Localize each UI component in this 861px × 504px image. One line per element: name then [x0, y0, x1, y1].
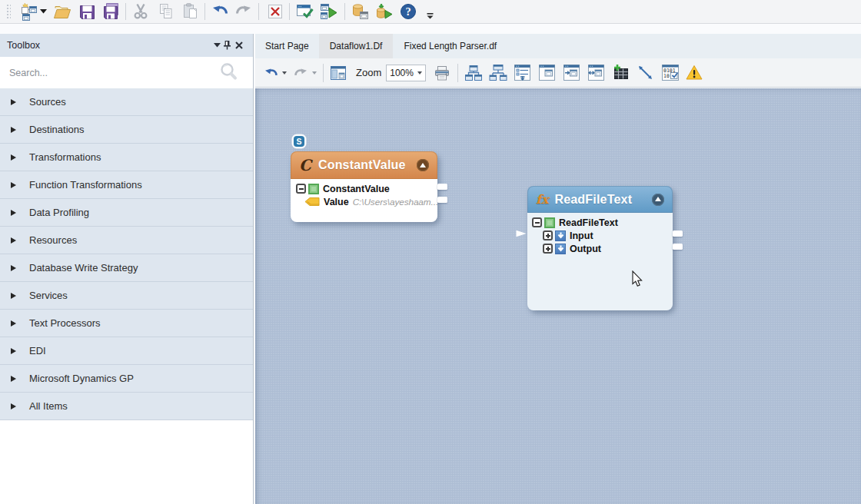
constant-value-glyph: C — [299, 156, 311, 174]
start-dataflow-button[interactable] — [317, 2, 340, 22]
data-preview-icon: 0101 10 — [661, 64, 680, 81]
node-header[interactable]: C ConstantValue — [291, 151, 437, 179]
paste-button[interactable] — [179, 2, 201, 22]
auto-layout-horizontal-icon — [489, 64, 507, 81]
element-icon — [308, 184, 319, 194]
toolbox-item-text-processors[interactable]: Text Processors — [0, 310, 253, 337]
add-table-button[interactable] — [611, 62, 630, 84]
database-browser-button[interactable] — [349, 2, 371, 22]
collapse-arrow-icon — [655, 197, 661, 201]
copy-button[interactable] — [155, 2, 176, 22]
print-button[interactable] — [432, 62, 452, 84]
overview-panel-button[interactable] — [328, 62, 348, 84]
toolbox-search-box — [0, 57, 253, 88]
help-button[interactable]: ? — [397, 2, 419, 22]
input-port[interactable] — [516, 230, 527, 237]
toolbox-item-database-write-strategy[interactable]: Database Write Strategy — [0, 254, 253, 282]
toolbox-item-transformations[interactable]: Transformations — [0, 144, 253, 171]
element-icon — [544, 217, 555, 228]
undo-icon — [211, 2, 229, 21]
expand-arrow-icon — [11, 99, 16, 105]
undo-dropdown-caret[interactable] — [282, 71, 287, 75]
collapse-tree-icon[interactable] — [296, 184, 306, 194]
expand-all-icon — [514, 64, 531, 81]
expand-tree-icon[interactable] — [543, 230, 553, 240]
toolbox-item-microsoft-dynamics-gp[interactable]: Microsoft Dynamics GP — [0, 365, 253, 393]
draw-link-button[interactable] — [636, 62, 655, 84]
delete-button[interactable] — [264, 2, 286, 22]
open-button[interactable] — [52, 2, 73, 22]
node-constant-value[interactable]: C ConstantValue ConstantValue Value C:\U… — [291, 151, 437, 222]
undo-button[interactable] — [209, 2, 231, 22]
resize-node-button[interactable] — [587, 62, 606, 84]
auto-layout-vertical-icon — [464, 64, 483, 81]
verify-button[interactable] — [294, 2, 316, 22]
save-button[interactable] — [76, 2, 98, 22]
editor-toolbar: Zoom 100% — [255, 58, 861, 88]
undo-icon — [263, 65, 279, 81]
toolbox-item-edi[interactable]: EDI — [0, 337, 253, 365]
output-port[interactable] — [673, 244, 683, 250]
toolbox-item-data-profiling[interactable]: Data Profiling — [0, 199, 253, 227]
tab-start-page[interactable]: Start Page — [255, 34, 319, 58]
collapse-node-button[interactable] — [652, 194, 664, 206]
save-all-button[interactable] — [100, 2, 121, 22]
toolbox-item-all-items[interactable]: All Items — [0, 393, 253, 420]
value-field-label[interactable]: Value — [324, 197, 349, 207]
cut-button[interactable] — [130, 2, 151, 22]
redo-button[interactable] — [233, 2, 254, 22]
search-input[interactable] — [9, 68, 201, 78]
node-title: ReadFileText — [554, 193, 632, 207]
svg-text:10: 10 — [663, 73, 670, 79]
chevron-down-icon — [40, 9, 47, 14]
toolbox-title: Toolbox — [7, 40, 40, 51]
auto-layout-vertical-button[interactable] — [464, 62, 483, 84]
toolbox-item-resources[interactable]: Resources — [0, 227, 253, 254]
search-icon — [219, 62, 239, 85]
editor-redo-button[interactable] — [291, 62, 310, 84]
node-header[interactable]: fx ReadFileText — [527, 186, 673, 213]
expand-arrow-icon — [11, 348, 16, 354]
expand-all-button[interactable] — [513, 62, 532, 84]
redo-icon — [293, 65, 309, 81]
editor-undo-button[interactable] — [261, 62, 280, 84]
toolbox-item-function-transformations[interactable]: Function Transformations — [0, 171, 253, 199]
collapse-tree-icon[interactable] — [532, 217, 542, 227]
node-read-file-text[interactable]: fx ReadFileText ReadFileText Input — [527, 186, 673, 310]
goto-node-button[interactable] — [562, 62, 581, 84]
zoom-dropdown-caret[interactable] — [417, 71, 422, 75]
expand-arrow-icon — [11, 403, 16, 410]
output-port[interactable] — [437, 184, 447, 190]
zoom-combobox[interactable]: 100% — [386, 65, 426, 81]
toolbox-item-sources[interactable]: Sources — [0, 88, 253, 116]
output-port[interactable] — [673, 230, 683, 237]
toolbar-grip[interactable] — [6, 4, 11, 19]
warnings-button[interactable] — [685, 62, 703, 84]
new-dropdown-button[interactable] — [38, 2, 48, 22]
dataflow-canvas[interactable]: S C ConstantValue ConstantValue — [255, 88, 861, 504]
tab-fixed-length-parser[interactable]: Fixed Length Parser.df — [393, 34, 507, 58]
tree-node-label[interactable]: Output — [570, 244, 601, 254]
expand-tree-icon[interactable] — [543, 244, 553, 254]
data-preview-button[interactable]: 0101 10 — [660, 62, 680, 84]
value-tag-icon — [304, 197, 320, 207]
toolbox-pin-button[interactable] — [221, 39, 233, 51]
show-ports-button[interactable] — [537, 62, 557, 84]
run-database-job-button[interactable] — [373, 2, 395, 22]
tree-node-label[interactable]: ReadFileText — [559, 217, 618, 228]
auto-layout-horizontal-button[interactable] — [488, 62, 507, 84]
redo-dropdown-caret[interactable] — [312, 71, 317, 75]
toolbox-item-services[interactable]: Services — [0, 282, 253, 310]
value-field-value[interactable]: C:\Users\ayeshaam... — [353, 197, 437, 207]
toolbox-category-list: Sources Destinations Transformations Fun… — [0, 88, 253, 420]
output-port[interactable] — [437, 197, 447, 203]
toolbox-close-button[interactable] — [233, 39, 244, 51]
delete-icon — [266, 2, 284, 21]
tab-dataflow1[interactable]: Dataflow1.Df — [319, 34, 394, 58]
collapse-node-button[interactable] — [417, 159, 429, 171]
toolbar-overflow-button[interactable] — [424, 6, 435, 26]
toolbox-item-destinations[interactable]: Destinations — [0, 116, 253, 144]
tree-node-label[interactable]: ConstantValue — [323, 184, 390, 194]
tree-node-label[interactable]: Input — [570, 230, 593, 241]
new-dataflow-button[interactable] — [18, 2, 38, 22]
